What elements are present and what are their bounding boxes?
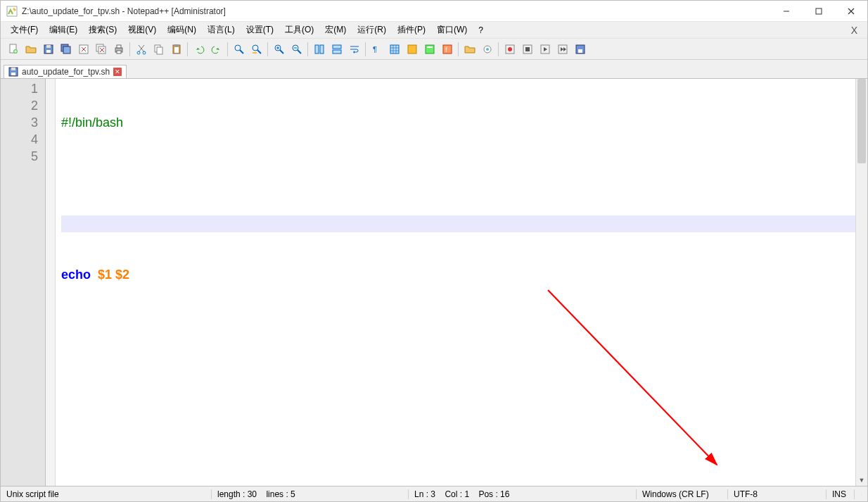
svg-rect-15	[117, 51, 121, 54]
resize-grip-icon[interactable]	[855, 490, 867, 498]
find-button[interactable]	[231, 41, 247, 57]
menubar-close-doc-button[interactable]: X	[845, 25, 863, 36]
show-all-chars-button[interactable]: ¶	[369, 41, 385, 57]
play-multi-button[interactable]	[554, 41, 570, 57]
code-text: #!/bin/bash	[61, 115, 123, 130]
close-button[interactable]	[835, 1, 867, 22]
save-macro-button[interactable]	[572, 41, 588, 57]
svg-rect-51	[578, 49, 582, 53]
udl-button[interactable]	[404, 41, 420, 57]
svg-rect-14	[117, 45, 121, 48]
menu-encoding[interactable]: 编码(N)	[162, 23, 202, 37]
disk-icon	[8, 67, 18, 77]
undo-button[interactable]	[191, 41, 207, 57]
svg-rect-54	[11, 68, 15, 70]
code-text: echo	[61, 268, 91, 282]
svg-text:¶: ¶	[373, 45, 377, 54]
save-button[interactable]	[40, 41, 56, 57]
svg-rect-37	[408, 45, 416, 54]
tab-close-icon[interactable]: ✕	[113, 68, 122, 76]
menu-language[interactable]: 语言(L)	[202, 23, 241, 37]
minimize-button[interactable]	[770, 1, 803, 22]
sync-h-button[interactable]	[328, 41, 345, 57]
toolbar: ¶ f	[1, 39, 867, 60]
line-number-gutter: 1 2 3 4 5	[1, 79, 46, 486]
replace-button[interactable]	[248, 41, 264, 57]
status-encoding[interactable]: UTF-8	[728, 489, 826, 499]
code-text: $2	[115, 268, 129, 282]
svg-rect-47	[525, 47, 530, 51]
app-window: Z:\auto_update_for_tpv.sh - Notepad++ [A…	[0, 0, 868, 502]
monitor-button[interactable]	[479, 41, 495, 57]
svg-rect-39	[427, 46, 433, 48]
save-all-button[interactable]	[58, 41, 74, 57]
svg-point-25	[253, 45, 258, 51]
code-area[interactable]: #!/bin/bash echo $1 $2	[56, 79, 855, 486]
menubar: 文件(F) 编辑(E) 搜索(S) 视图(V) 编码(N) 语言(L) 设置(T…	[1, 22, 867, 39]
menu-run[interactable]: 运行(R)	[352, 23, 392, 37]
menu-settings[interactable]: 设置(T)	[241, 23, 279, 37]
sync-v-button[interactable]	[311, 41, 327, 57]
svg-point-23	[235, 45, 241, 51]
doc-map-button[interactable]	[421, 41, 438, 57]
print-button[interactable]	[110, 41, 127, 57]
tab-bar: auto_update_for_tpv.sh ✕	[1, 60, 867, 78]
menu-tools[interactable]: 工具(O)	[279, 23, 319, 37]
line-number: 3	[1, 114, 38, 131]
close-button-tb[interactable]	[75, 41, 91, 57]
record-macro-button[interactable]	[502, 41, 518, 57]
svg-rect-33	[333, 45, 341, 49]
menu-view[interactable]: 视图(V)	[122, 23, 162, 37]
status-bar: Unix script file length : 30 lines : 5 L…	[1, 486, 867, 501]
menu-search[interactable]: 搜索(S)	[83, 23, 122, 37]
svg-rect-19	[157, 47, 162, 54]
line-number: 4	[1, 131, 38, 148]
svg-rect-53	[11, 73, 15, 75]
svg-point-45	[508, 47, 512, 51]
svg-rect-36	[390, 45, 399, 54]
indent-guide-button[interactable]	[386, 41, 402, 57]
annotation-arrow	[541, 283, 794, 480]
menu-help[interactable]: ?	[473, 24, 489, 37]
maximize-button[interactable]	[803, 1, 835, 22]
menu-macro[interactable]: 宏(M)	[319, 23, 352, 37]
menu-plugins[interactable]: 插件(P)	[392, 23, 431, 37]
play-macro-button[interactable]	[537, 41, 553, 57]
svg-line-30	[298, 50, 301, 54]
svg-rect-6	[46, 50, 51, 53]
close-all-button[interactable]	[93, 41, 109, 57]
svg-rect-22	[174, 44, 179, 46]
svg-rect-7	[46, 45, 51, 48]
scroll-thumb[interactable]	[857, 79, 866, 163]
status-cursor: Ln : 3 Col : 1 Pos : 16	[409, 489, 637, 499]
editor: 1 2 3 4 5 #!/bin/bash echo $1 $2 ▲ ▼	[1, 78, 867, 486]
folder-button[interactable]	[461, 41, 478, 57]
cut-button[interactable]	[133, 41, 149, 57]
svg-line-26	[257, 50, 261, 54]
svg-rect-40	[443, 45, 452, 54]
status-eol[interactable]: Windows (CR LF)	[637, 489, 728, 499]
zoom-out-button[interactable]	[288, 41, 305, 57]
open-file-button[interactable]	[23, 41, 39, 57]
svg-line-24	[240, 50, 243, 54]
stop-macro-button[interactable]	[519, 41, 535, 57]
redo-button[interactable]	[208, 41, 224, 57]
paste-button[interactable]	[168, 41, 184, 57]
copy-button[interactable]	[151, 41, 167, 57]
menu-edit[interactable]: 编辑(E)	[44, 23, 83, 37]
vertical-scrollbar[interactable]: ▲ ▼	[855, 79, 867, 486]
file-tab[interactable]: auto_update_for_tpv.sh ✕	[4, 65, 127, 79]
svg-rect-34	[333, 50, 341, 54]
menu-file[interactable]: 文件(F)	[5, 23, 44, 37]
svg-rect-32	[320, 45, 324, 54]
status-insert-mode[interactable]: INS	[826, 489, 855, 499]
func-list-button[interactable]: f	[439, 41, 455, 57]
wrap-button[interactable]	[346, 41, 362, 57]
new-file-button[interactable]	[5, 41, 21, 57]
code-text: $1	[98, 268, 112, 282]
scroll-down-icon[interactable]: ▼	[856, 474, 867, 486]
zoom-in-button[interactable]	[271, 41, 287, 57]
svg-rect-9	[63, 46, 70, 54]
menu-window[interactable]: 窗口(W)	[431, 23, 473, 37]
svg-line-28	[280, 50, 283, 54]
